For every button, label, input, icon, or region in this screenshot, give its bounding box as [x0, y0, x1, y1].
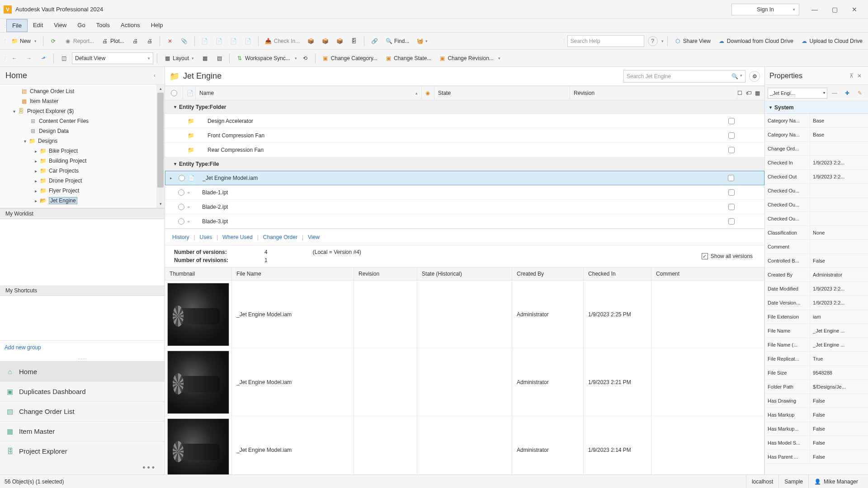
row-checkbox[interactable] [728, 175, 734, 181]
property-row[interactable]: Date Modified1/9/2023 2:2... [765, 282, 868, 296]
property-row[interactable]: Checked Out1/9/2023 2:2... [765, 170, 868, 184]
tree-machine[interactable]: ▸📁Machine Project [0, 206, 165, 208]
search-go-icon[interactable]: 🔍 [731, 73, 738, 80]
nav-more-button[interactable]: ••• [0, 461, 165, 474]
file-row[interactable]: ▫Blade-2.ipt [165, 200, 764, 214]
property-row[interactable]: Folder Path$/Designs/Je... [765, 380, 868, 394]
doc4-button[interactable]: 📄 [242, 35, 255, 47]
nav-project-explorer[interactable]: 🗄Project Explorer [0, 441, 165, 461]
hcol-comment[interactable]: Comment [651, 267, 764, 280]
file-row[interactable]: ▫Blade-3.ipt [165, 214, 764, 229]
back-button[interactable]: ← [8, 52, 21, 65]
property-row[interactable]: Category Na...Base [765, 128, 868, 142]
property-row[interactable]: Category Na...Base [765, 114, 868, 128]
hcol-filename[interactable]: File Name [232, 267, 354, 280]
grid1-button[interactable]: ▦ [198, 52, 211, 65]
maximize-button[interactable]: ▢ [830, 5, 839, 14]
col-revision[interactable]: Revision [570, 86, 737, 100]
history-row[interactable]: _Jet Engine Model.iam Administrator 1/9/… [165, 281, 764, 348]
row-radio[interactable] [179, 175, 185, 181]
hcol-state[interactable]: State (Historical) [417, 267, 512, 280]
tab-where-used[interactable]: Where Used [222, 232, 254, 242]
tree-designs[interactable]: ▾📁Designs [0, 136, 165, 146]
property-row[interactable]: File Extensioniam [765, 310, 868, 324]
rev-dropdown-icon[interactable]: ▾ [498, 56, 500, 61]
minimize-button[interactable]: — [810, 5, 819, 14]
search-help-input[interactable]: Search Help [567, 35, 644, 47]
property-row[interactable]: Checked Ou... [765, 198, 868, 212]
close-panel-button[interactable]: ✕ [855, 73, 863, 79]
property-row[interactable]: Date Version...1/9/2023 2:2... [765, 296, 868, 310]
column-grid-icon[interactable]: ▦ [755, 90, 760, 96]
tree-flyer[interactable]: ▸📁Flyer Project [0, 186, 165, 196]
forward-button[interactable]: → [23, 52, 35, 65]
file-row[interactable]: ▫Blade-1.ipt [165, 185, 764, 200]
layout-button[interactable]: ▦Layout▾ [161, 52, 197, 65]
tree-car[interactable]: ▸📁Car Projects [0, 166, 165, 176]
up-button[interactable]: ⬏ [37, 52, 50, 65]
property-row[interactable]: Checked In1/9/2023 2:2... [765, 156, 868, 170]
hcol-thumbnail[interactable]: Thumbnail [165, 267, 232, 280]
property-row[interactable]: Has Parent ...False [765, 450, 868, 464]
group-folder[interactable]: ▾Entity Type:Folder [165, 100, 764, 114]
property-row[interactable]: Created ByAdministrator [765, 268, 868, 282]
row-radio[interactable] [178, 204, 184, 210]
property-row[interactable]: Controlled B...False [765, 254, 868, 268]
row-radio[interactable] [178, 189, 184, 196]
new-button[interactable]: 📁New▾ [8, 35, 39, 47]
property-row[interactable]: File Size9548288 [765, 366, 868, 380]
vault4-button[interactable]: 🗄 [348, 35, 360, 47]
column-tag-icon[interactable]: 🏷 [746, 90, 751, 96]
menu-actions[interactable]: Actions [115, 19, 146, 32]
tab-uses[interactable]: Uses [199, 232, 213, 242]
link-button[interactable]: 🔗 [368, 35, 381, 47]
row-checkbox[interactable] [728, 147, 735, 153]
hcol-revision[interactable]: Revision [354, 267, 417, 280]
history-row[interactable]: _Jet Engine Model.iam Administrator 1/9/… [165, 416, 764, 474]
tree-design-data[interactable]: ⊞Design Data [0, 126, 165, 136]
nav-duplicates[interactable]: ▣Duplicates Dashboard [0, 381, 165, 401]
attach-button[interactable]: 📎 [178, 35, 191, 47]
tree-bike[interactable]: ▸📁Bike Project [0, 146, 165, 156]
hcol-checkedin[interactable]: Checked In [584, 267, 651, 280]
tab-history[interactable]: History [171, 232, 190, 242]
props-add-button[interactable]: ✚ [842, 88, 853, 99]
print-button[interactable]: 🖨 [129, 35, 142, 47]
hcol-createdby[interactable]: Created By [512, 267, 584, 280]
help-dropdown-icon[interactable]: ▾ [661, 39, 664, 43]
expander-icon[interactable]: ▸ [33, 169, 39, 174]
add-group-link[interactable]: Add new group [5, 344, 41, 351]
tree-drone[interactable]: ▸📁Drone Project [0, 176, 165, 186]
folder-row[interactable]: 📁Rear Compression Fan [165, 143, 764, 157]
nav-home[interactable]: ⌂Home [0, 361, 165, 381]
expander-icon[interactable]: ▸ [170, 176, 175, 180]
expander-icon[interactable]: ▸ [33, 178, 39, 183]
tab-view[interactable]: View [307, 232, 321, 242]
resize-grip-icon[interactable]: …… [0, 354, 165, 361]
show-all-versions[interactable]: ✓Show all versions [690, 245, 764, 267]
change-category-button[interactable]: ▣Change Category... [319, 52, 380, 65]
sign-in-button[interactable]: Sign In [731, 4, 799, 15]
grid2-button[interactable]: ▤ [213, 52, 226, 65]
vault2-button[interactable]: 📦 [319, 35, 331, 47]
menu-edit[interactable]: Edit [28, 19, 48, 32]
doc2-button[interactable]: 📄 [213, 35, 226, 47]
property-row[interactable]: Has DrawingFalse [765, 394, 868, 408]
change-revision-button[interactable]: ▣Change Revision... [436, 52, 496, 65]
row-checkbox[interactable] [728, 218, 735, 225]
checkbox-checked-icon[interactable]: ✓ [702, 253, 708, 259]
sync2-button[interactable]: ⟲ [299, 52, 311, 65]
row-checkbox[interactable] [728, 189, 735, 196]
row-checkbox[interactable] [728, 118, 735, 124]
help-button[interactable]: ? [648, 36, 658, 46]
property-row[interactable]: File Replicat...True [765, 352, 868, 366]
select-all-radio[interactable] [171, 90, 177, 96]
tree-building[interactable]: ▸📁Building Project [0, 156, 165, 166]
row-checkbox[interactable] [728, 204, 735, 210]
delete-button[interactable]: ✕ [164, 35, 176, 47]
expander-icon[interactable]: ▸ [33, 198, 39, 203]
vault1-button[interactable]: 📦 [304, 35, 317, 47]
search-drop-icon[interactable]: ▾ [740, 73, 742, 80]
sync-dropdown-icon[interactable]: ▾ [295, 56, 297, 61]
property-row[interactable]: Checked Ou... [765, 184, 868, 198]
